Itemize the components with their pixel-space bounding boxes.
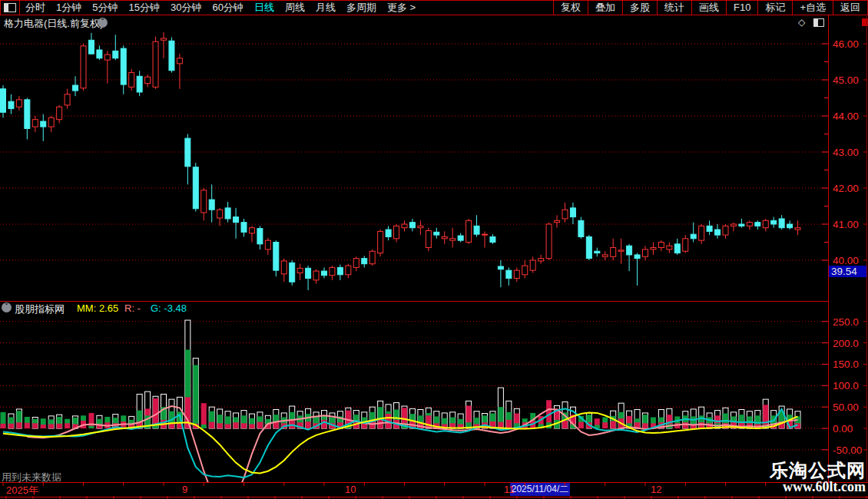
- tools-menu: 复权叠加多股统计画线F10标记+自选返回: [553, 1, 867, 15]
- svg-text:150.0: 150.0: [833, 359, 859, 370]
- svg-text:50.00: 50.00: [833, 402, 859, 413]
- timeline-ticks: [0, 483, 868, 497]
- pane-divider[interactable]: [0, 301, 828, 302]
- timeline-month-12: 12: [651, 484, 661, 495]
- svg-text:42.00: 42.00: [833, 183, 859, 194]
- candles: [1, 32, 801, 290]
- toolbar-item-period-2[interactable]: 5分钟: [87, 1, 123, 15]
- toolbar-item-period-5[interactable]: 60分钟: [207, 1, 248, 15]
- trading-terminal: 分时1分钟5分钟15分钟30分钟60分钟日线周线月线多周期更多 > 复权叠加多股…: [0, 0, 868, 499]
- svg-text:100.0: 100.0: [833, 380, 859, 392]
- toolbar-item-period-4[interactable]: 30分钟: [165, 1, 207, 15]
- svg-text:43.00: 43.00: [833, 147, 859, 158]
- svg-text:0.00: 0.00: [833, 423, 853, 435]
- layout-split-icon[interactable]: [4, 3, 16, 12]
- chart-titlebar: 格力电器(日线.前复权) ˇ ◇: [0, 15, 828, 29]
- toolbar-item-tool-5[interactable]: F10: [726, 1, 757, 15]
- candlestick-chart: 46.0045.0044.0043.0042.0041.0040.0039.54: [0, 29, 868, 301]
- toolbar-item-period-7[interactable]: 周线: [280, 1, 310, 15]
- timeline-month-9: 9: [182, 484, 187, 495]
- indicator-r-value: R: -: [124, 302, 141, 314]
- timeline-axis[interactable]: 2025年 2025/11/04/二 9101112: [0, 482, 868, 497]
- toolbar-item-period-8[interactable]: 月线: [310, 1, 341, 15]
- svg-text:-50.00: -50.00: [833, 444, 862, 456]
- toolbar-item-tool-6[interactable]: 标记: [757, 1, 792, 15]
- svg-text:44.00: 44.00: [833, 111, 859, 122]
- indicator-chart: 250.0200.0150.0100.050.000.00-50.00: [0, 314, 868, 482]
- price-axis-line: [828, 15, 829, 496]
- right-edge-ruler[interactable]: [866, 15, 867, 496]
- svg-text:39.54: 39.54: [831, 266, 857, 277]
- watermark-url: www.60lt.com: [770, 480, 866, 494]
- chevron-down-icon[interactable]: ˇ: [2, 302, 12, 312]
- period-toolbar: 分时1分钟5分钟15分钟30分钟60分钟日线周线月线多周期更多 > 复权叠加多股…: [0, 0, 868, 15]
- timeline-month-11: 11: [504, 484, 515, 495]
- last-price-badge: 39.54: [829, 266, 866, 277]
- indicator-g-value: G: -3.48: [151, 302, 187, 314]
- toolbar-item-period-6[interactable]: 日线: [249, 1, 280, 15]
- diamond-icon[interactable]: ◇: [798, 17, 805, 28]
- toolbar-item-period-1[interactable]: 1分钟: [51, 1, 87, 15]
- svg-text:41.00: 41.00: [833, 219, 859, 230]
- toolbar-item-tool-1[interactable]: 叠加: [588, 1, 622, 15]
- toolbar-item-tool-4[interactable]: 画线: [691, 1, 726, 15]
- pane-split-icon[interactable]: [813, 18, 824, 27]
- toolbar-item-tool-3[interactable]: 统计: [657, 1, 691, 15]
- svg-text:250.0: 250.0: [833, 316, 859, 328]
- bottom-scroll-stub[interactable]: [0, 496, 868, 499]
- toolbar-item-period-0[interactable]: 分时: [20, 1, 51, 15]
- svg-text:46.00: 46.00: [833, 38, 859, 50]
- indicator-mm-value: MM: 2.65: [77, 302, 118, 314]
- watermark: 乐淘公式网 www.60lt.com: [770, 461, 866, 494]
- toolbar-item-period-3[interactable]: 15分钟: [123, 1, 164, 15]
- toolbar-item-tool-8[interactable]: 返回: [833, 1, 867, 15]
- svg-text:45.00: 45.00: [833, 74, 859, 86]
- svg-text:200.0: 200.0: [833, 338, 859, 349]
- watermark-site-name: 乐淘公式网: [770, 461, 866, 480]
- svg-text:40.00: 40.00: [833, 255, 859, 266]
- timeline-month-10: 10: [345, 484, 356, 495]
- toolbar-item-tool-2[interactable]: 多股: [622, 1, 657, 15]
- indicator-grid: 250.0200.0150.0100.050.000.00-50.00: [0, 316, 867, 456]
- chevron-down-icon[interactable]: ˇ: [98, 18, 108, 28]
- toolbar-item-period-10[interactable]: 更多 >: [382, 1, 421, 15]
- toolbar-item-period-9[interactable]: 多周期: [341, 1, 382, 15]
- indicator-bars: [1, 320, 801, 428]
- period-menu: 分时1分钟5分钟15分钟30分钟60分钟日线周线月线多周期更多 >: [19, 1, 421, 15]
- toolbar-item-tool-0[interactable]: 复权: [553, 1, 588, 15]
- toolbar-item-tool-7[interactable]: +自选: [792, 1, 833, 15]
